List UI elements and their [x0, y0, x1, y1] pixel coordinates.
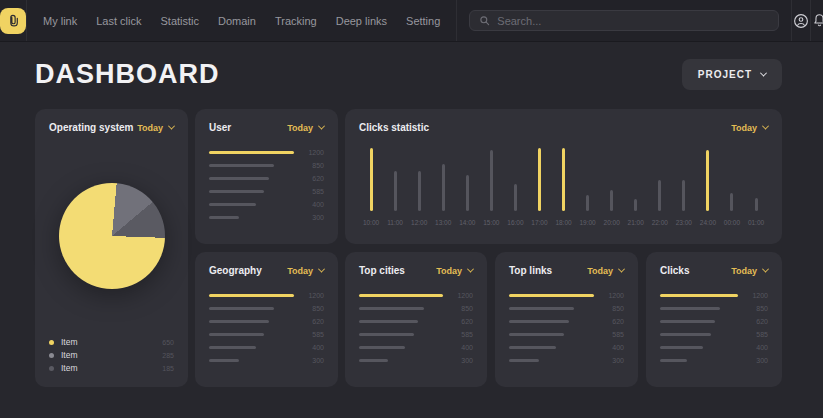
- bar: [509, 307, 574, 310]
- period-dropdown[interactable]: Today: [731, 123, 768, 133]
- search-input[interactable]: [497, 15, 769, 27]
- bar-value: 850: [600, 305, 624, 312]
- period-dropdown[interactable]: Today: [587, 266, 624, 276]
- pie-chart-zone: [49, 133, 174, 338]
- legend-value: 650: [162, 339, 174, 346]
- logo-button[interactable]: [0, 8, 26, 34]
- bar: [509, 333, 564, 336]
- time-label: 21:00: [624, 219, 648, 226]
- account-button[interactable]: [791, 0, 810, 41]
- legend-row: Item285: [49, 351, 174, 359]
- bar-track: [509, 294, 594, 297]
- card-clicks-statistic: Clicks statistic Today 10:0011:0012:0013…: [345, 109, 782, 244]
- bar-row: 585: [209, 332, 324, 336]
- bar: [660, 333, 711, 336]
- bar-list: 1200850620585400300: [359, 293, 473, 362]
- chevron-down-icon: [168, 123, 175, 130]
- bar: [209, 307, 274, 310]
- bar-track: [359, 333, 443, 336]
- nav-link-setting[interactable]: Setting: [406, 15, 440, 27]
- search-box: [469, 10, 779, 31]
- chart-column: [527, 147, 551, 211]
- bar-track: [359, 307, 443, 310]
- nav-link-last-click[interactable]: Last click: [96, 15, 141, 27]
- legend-value: 185: [162, 365, 174, 372]
- card-operating-system: Operating system Today Item650Item285Ite…: [35, 109, 188, 387]
- nav-link-my-link[interactable]: My link: [43, 15, 77, 27]
- bar-value: 850: [300, 305, 324, 312]
- bar-track: [209, 294, 294, 297]
- card-top-cities: Top cities Today 1200850620585400300: [345, 252, 487, 387]
- bar-row: 850: [660, 306, 768, 310]
- nav-link-tracking[interactable]: Tracking: [275, 15, 317, 27]
- period-dropdown[interactable]: Today: [137, 123, 174, 133]
- card-geography: Geography Today 1200850620585400300: [195, 252, 338, 387]
- bar: [209, 177, 269, 180]
- nav-link-deep-links[interactable]: Deep links: [336, 15, 387, 27]
- bar: [359, 307, 424, 310]
- bar-value: 1200: [744, 292, 768, 299]
- bar-row: 585: [209, 189, 324, 193]
- project-dropdown-button[interactable]: PROJECT: [682, 59, 782, 90]
- bar: [660, 346, 703, 349]
- bar-row: 300: [509, 358, 624, 362]
- nav-link-statistic[interactable]: Statistic: [160, 15, 199, 27]
- bar-row: 620: [209, 176, 324, 180]
- bar-track: [209, 346, 294, 349]
- bar-list: 1200850620585400300: [209, 150, 324, 219]
- bar-row: 300: [209, 358, 324, 362]
- bar-value: 300: [449, 357, 473, 364]
- bar: [359, 346, 405, 349]
- chart-column: [672, 147, 696, 211]
- chevron-down-icon: [318, 266, 325, 273]
- bar: [209, 203, 256, 206]
- card-header: Clicks Today: [660, 265, 768, 276]
- bar-track: [509, 307, 594, 310]
- card-header: Operating system Today: [49, 122, 174, 133]
- bar-track: [660, 307, 738, 310]
- nav-link-domain[interactable]: Domain: [218, 15, 256, 27]
- bar-track: [209, 151, 294, 154]
- bar: [730, 193, 733, 211]
- chart-column: [552, 147, 576, 211]
- bar: [359, 359, 388, 362]
- bar: [490, 150, 493, 211]
- bar-row: 850: [209, 306, 324, 310]
- bar: [209, 346, 256, 349]
- column-right: Clicks statistic Today 10:0011:0012:0013…: [345, 109, 782, 387]
- period-dropdown[interactable]: Today: [287, 266, 324, 276]
- time-label: 24:00: [696, 219, 720, 226]
- bar-track: [359, 320, 443, 323]
- bar-row: 585: [359, 332, 473, 336]
- notifications-button[interactable]: [810, 0, 823, 41]
- chart-column: [600, 147, 624, 211]
- card-header: Top links Today: [509, 265, 624, 276]
- bar-row: 620: [359, 319, 473, 323]
- period-dropdown[interactable]: Today: [731, 266, 768, 276]
- bar-row: 585: [660, 332, 768, 336]
- chart-column: [431, 147, 455, 211]
- bar-value: 585: [744, 331, 768, 338]
- bar-list: 1200850620585400300: [660, 293, 768, 362]
- bar-value: 620: [449, 318, 473, 325]
- bar-row: 585: [509, 332, 624, 336]
- bar-track: [209, 320, 294, 323]
- time-label: 01:00: [744, 219, 768, 226]
- bar-track: [660, 333, 738, 336]
- chevron-down-icon: [467, 266, 474, 273]
- bar: [359, 294, 443, 297]
- bar-track: [660, 320, 738, 323]
- bar-track: [209, 177, 294, 180]
- card-user: User Today 1200850620585400300: [195, 109, 338, 244]
- period-dropdown[interactable]: Today: [436, 266, 473, 276]
- bar-row: 850: [509, 306, 624, 310]
- legend-row: Item650: [49, 338, 174, 346]
- chart-column: [359, 147, 383, 211]
- bar-value: 620: [300, 318, 324, 325]
- bar-row: 1200: [509, 293, 624, 297]
- period-dropdown[interactable]: Today: [287, 123, 324, 133]
- bar-value: 620: [744, 318, 768, 325]
- legend-dot: [49, 366, 54, 371]
- bar: [394, 171, 397, 211]
- bar: [706, 150, 709, 211]
